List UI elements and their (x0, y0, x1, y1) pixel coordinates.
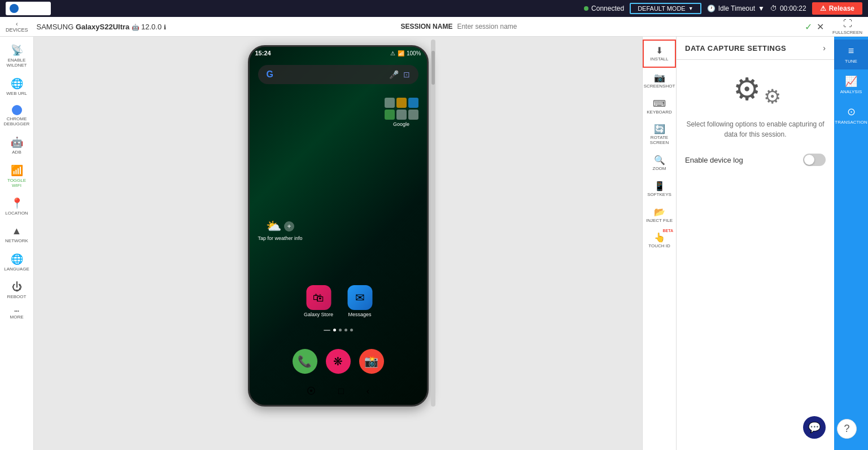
help-icon: ? (844, 423, 849, 435)
tool-item-install[interactable]: ⬇ INSTALL (643, 40, 676, 68)
enable-device-log-row: Enable device log (685, 151, 826, 169)
fingerprint-icon: 👆 (654, 232, 665, 243)
plus-icon: + (284, 221, 294, 231)
chrome-icon (12, 105, 22, 115)
phone-screen: 15:24 ⚠ 📶 100% G 🎤 ⊡ (250, 47, 427, 405)
phone-app[interactable]: 📞 (293, 349, 317, 374)
tool-item-touch-id[interactable]: BETA 👆 TOUCH ID (643, 228, 676, 254)
dock-apps: 📞 ❋ 📸 (293, 349, 384, 374)
bottom-nav: ⦿ □ ‹ (250, 386, 427, 396)
help-button[interactable]: ? (837, 419, 857, 439)
tool-panel: ⬇ INSTALL 📷 SCREENSHOT ⌨ KEYBOARD 🔄 ROTA… (642, 37, 676, 450)
chat-icon: 💬 (808, 421, 821, 434)
sidebar-item-toggle-wifi[interactable]: 📶 TOGGLE WIFI (0, 160, 33, 193)
messages-app[interactable]: ✉ Messages (347, 285, 372, 317)
camera-app[interactable]: 📸 (359, 349, 384, 374)
tool-item-screenshot[interactable]: 📷 SCREENSHOT (643, 68, 676, 94)
back-nav-icon[interactable]: ‹ (367, 386, 369, 396)
top-navbar: pCloudy Connected DEFAULT MODE ▼ 🕐 Idle … (0, 0, 868, 17)
sidebar-item-reboot[interactable]: ⏻ REBOOT (0, 277, 33, 304)
status-icons: ⚠ 📶 100% (390, 50, 421, 56)
mode-button[interactable]: DEFAULT MODE ▼ (630, 3, 701, 14)
inject-file-icon: 📂 (654, 207, 665, 217)
page-indicators (324, 329, 353, 331)
back-to-devices[interactable]: ‹ DEVICES (6, 20, 28, 33)
tool-item-rotate-screen[interactable]: 🔄 ROTATESCREEN (643, 119, 676, 150)
enable-device-log-toggle[interactable] (803, 154, 826, 166)
warning-status-icon: ⚠ (390, 50, 395, 56)
center-apps: 🛍 Galaxy Store ✉ Messages (304, 285, 372, 317)
page-dot (344, 329, 347, 331)
logo: pCloudy (6, 2, 51, 15)
app-grid: Google (385, 98, 418, 127)
rotate-icon: 🔄 (654, 124, 665, 134)
status-bar: 15:24 ⚠ 📶 100% (250, 47, 427, 59)
chat-bubble[interactable]: 💬 (803, 416, 826, 439)
device-container: 15:24 ⚠ 📶 100% G 🎤 ⊡ (248, 40, 429, 407)
device-name: SAMSUNG GalaxyS22Ultra 🤖 12.0.0 ℹ (37, 23, 166, 31)
tool-item-inject-file[interactable]: 📂 INJECT FILE (643, 202, 676, 228)
edge-item-analysis[interactable]: 📈 ANALYSIS (834, 69, 868, 100)
timer: ⏱ 00:00:22 (770, 5, 806, 12)
main-area: 📡 ENABLEWILDNET 🌐 WEB URL CHROMEDEBUGGER… (0, 37, 868, 450)
language-icon: 🌐 (11, 253, 23, 265)
sidebar-item-web-url[interactable]: 🌐 WEB URL (0, 73, 33, 101)
android-icon: 🤖 (132, 24, 141, 30)
softkeys-icon: 📱 (654, 181, 665, 191)
weather-icon: ⛅ (266, 219, 281, 234)
galaxy-store-app[interactable]: 🛍 Galaxy Store (304, 285, 333, 317)
settings-collapse-arrow[interactable]: › (823, 43, 826, 53)
sidebar-item-adb[interactable]: 🤖 ADB (0, 132, 33, 160)
session-name-area: SESSION NAME (175, 23, 796, 30)
tool-item-softkeys[interactable]: 📱 SOFTKEYS (643, 176, 676, 202)
sidebar-item-location[interactable]: 📍 LOCATION (0, 193, 33, 221)
sidebar-item-more[interactable]: ••• MORE (0, 304, 33, 325)
gear-small-icon: ⚙ (764, 85, 781, 108)
confirm-icon[interactable]: ✓ (805, 21, 812, 32)
edge-item-transaction[interactable]: ⊙ TRANSACTION (834, 100, 868, 130)
home-nav-icon[interactable]: □ (338, 386, 344, 396)
keyboard-icon: ⌨ (653, 98, 666, 109)
scroll-thumb[interactable] (431, 51, 435, 85)
left-sidebar: 📡 ENABLEWILDNET 🌐 WEB URL CHROMEDEBUGGER… (0, 37, 34, 450)
wifi-status-icon: 📶 (398, 50, 404, 56)
phone-screen-frame: 15:24 ⚠ 📶 100% G 🎤 ⊡ (248, 45, 429, 407)
weather-widget[interactable]: ⛅ + Tap for weather info (258, 219, 303, 241)
galaxy-store-icon: 🛍 (306, 285, 331, 310)
edge-item-tune[interactable]: ≡ TUNE (834, 40, 868, 69)
sidebar-item-network[interactable]: ▲ NETWORK (0, 221, 33, 248)
chevron-down-icon: ▼ (688, 6, 693, 11)
reboot-icon: ⏻ (12, 281, 22, 293)
idle-timeout-button[interactable]: 🕐 Idle Timeout ▼ (707, 5, 765, 12)
camera-icon: 📷 (654, 72, 665, 83)
release-button[interactable]: ⚠ Release (812, 2, 862, 15)
sidebar-item-language[interactable]: 🌐 LANGUAGE (0, 248, 33, 277)
gear-icon-area: ⚙ ⚙ (733, 71, 778, 108)
sidebar-item-enable-wildnet[interactable]: 📡 ENABLEWILDNET (0, 40, 33, 73)
sidebar-item-chrome-debugger[interactable]: CHROMEDEBUGGER (0, 101, 33, 132)
fullscreen-icon: ⛶ (843, 19, 852, 29)
timer-icon: ⏱ (770, 5, 777, 12)
menu-nav-icon[interactable]: ⦿ (307, 386, 316, 396)
close-icon[interactable]: ✕ (817, 21, 824, 32)
phone-frame: 15:24 ⚠ 📶 100% G 🎤 ⊡ (248, 45, 429, 407)
svg-point-0 (10, 4, 19, 13)
settings-body: ⚙ ⚙ Select following options to enable c… (677, 60, 834, 450)
fullscreen-button[interactable]: ⛶ FULLSCREEN (832, 19, 862, 35)
session-bar: ‹ DEVICES SAMSUNG GalaxyS22Ultra 🤖 12.0.… (0, 17, 868, 37)
globe-icon: 🌐 (11, 77, 23, 90)
google-search-bar[interactable]: G 🎤 ⊡ (258, 65, 418, 84)
session-actions: ✓ ✕ (805, 21, 824, 32)
gear-large-icon: ⚙ (733, 71, 761, 107)
tool-item-zoom[interactable]: 🔍 ZOOM (643, 150, 676, 176)
chevron-down-icon: ▼ (758, 5, 765, 12)
session-name-input[interactable] (457, 23, 570, 30)
wellness-app[interactable]: ❋ (326, 349, 351, 374)
clock-icon: 🕐 (707, 5, 716, 12)
location-icon: 📍 (11, 197, 23, 209)
settings-header: DATA CAPTURE SETTINGS › (677, 37, 834, 60)
tool-item-keyboard[interactable]: ⌨ KEYBOARD (643, 94, 676, 120)
settings-panel: DATA CAPTURE SETTINGS › ⚙ ⚙ Select follo… (676, 37, 834, 450)
connection-dot (584, 6, 588, 11)
logo-image: pCloudy (6, 2, 51, 15)
